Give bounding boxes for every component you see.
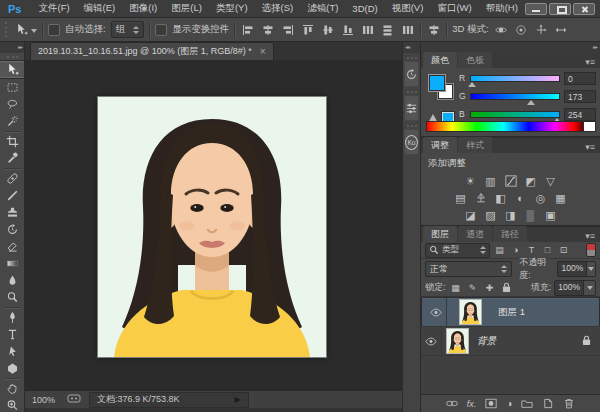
blend-mode-dropdown[interactable]: 正常: [425, 261, 512, 277]
green-slider-thumb[interactable]: [527, 100, 535, 105]
3d-slide-button[interactable]: [554, 22, 569, 38]
layer-thumbnail[interactable]: [447, 329, 468, 353]
shape-tool[interactable]: [2, 360, 23, 377]
tab-swatches[interactable]: 色板: [458, 52, 492, 68]
properties-panel-button[interactable]: [404, 95, 419, 121]
blur-tool[interactable]: [2, 272, 23, 289]
menu-file[interactable]: 文件(F): [31, 2, 76, 15]
invert-button[interactable]: ◪: [463, 208, 478, 222]
show-transform-checkbox[interactable]: [155, 24, 167, 36]
color-spectrum-ramp[interactable]: [426, 121, 584, 132]
color-lookup-button[interactable]: ▦: [553, 191, 568, 205]
green-value-field[interactable]: 173: [564, 90, 596, 103]
tab-channels[interactable]: 通道: [458, 226, 492, 242]
marquee-tool[interactable]: [2, 79, 23, 96]
link-layers-button[interactable]: [446, 395, 458, 412]
eraser-tool[interactable]: [2, 238, 23, 255]
distribute-spacing-button[interactable]: [400, 22, 415, 38]
auto-select-checkbox[interactable]: [48, 24, 60, 36]
lasso-tool[interactable]: [2, 96, 23, 113]
layer-name[interactable]: 图层 1: [498, 306, 525, 319]
tab-layers[interactable]: 图层: [423, 226, 457, 242]
levels-button[interactable]: ▥: [483, 174, 498, 188]
layer-row-1[interactable]: 图层 1: [421, 297, 600, 327]
menu-layer[interactable]: 图层(L): [164, 2, 209, 15]
close-button[interactable]: [573, 3, 595, 15]
lock-transparent-button[interactable]: ▦: [449, 283, 463, 293]
filter-toggle-switch[interactable]: [586, 243, 596, 257]
menu-select[interactable]: 选择(S): [255, 2, 301, 15]
align-vcenter-button[interactable]: [320, 22, 335, 38]
visibility-toggle[interactable]: [426, 298, 447, 326]
align-left-button[interactable]: [240, 22, 255, 38]
layer-row-background[interactable]: 背景: [421, 327, 600, 356]
healing-brush-tool[interactable]: [2, 170, 23, 187]
history-brush-tool[interactable]: [2, 221, 23, 238]
filter-smart-object-button[interactable]: ⊡: [557, 245, 570, 255]
filter-adjustment-button[interactable]: ◑: [509, 245, 522, 255]
add-mask-button[interactable]: [485, 395, 497, 412]
fill-dropdown-button[interactable]: [583, 281, 595, 295]
exposure-button[interactable]: ◩: [523, 174, 538, 188]
current-tool-preview[interactable]: [15, 23, 37, 36]
red-slider-thumb[interactable]: [468, 82, 476, 87]
maximize-button[interactable]: [549, 3, 571, 15]
menu-filter[interactable]: 滤镜(T): [300, 2, 345, 15]
new-adjustment-layer-button[interactable]: ◑: [506, 398, 512, 409]
foreground-color-swatch[interactable]: [428, 74, 446, 92]
magic-wand-tool[interactable]: [2, 113, 23, 130]
lock-all-button[interactable]: [500, 282, 514, 293]
distribute-v-button[interactable]: [380, 22, 396, 37]
align-hcenter-button[interactable]: [260, 22, 275, 38]
color-balance-button[interactable]: [473, 191, 488, 205]
green-slider[interactable]: [470, 93, 560, 100]
posterize-button[interactable]: ▨: [483, 208, 498, 222]
align-top-button[interactable]: [300, 22, 315, 38]
document-info[interactable]: 文档:376.9 K/753.8K ▶: [89, 392, 249, 408]
layer-thumbnail[interactable]: [460, 300, 481, 324]
3d-roll-button[interactable]: [514, 22, 529, 38]
new-layer-button[interactable]: [542, 395, 554, 412]
3d-pan-button[interactable]: [534, 22, 549, 38]
menu-edit[interactable]: 编辑(E): [77, 2, 123, 15]
panel-menu-icon[interactable]: ▾≡: [585, 231, 600, 242]
brush-tool[interactable]: [2, 187, 23, 204]
black-white-button[interactable]: ◧: [493, 191, 508, 205]
blue-slider[interactable]: [470, 111, 560, 118]
panel-menu-icon[interactable]: ▾≡: [585, 142, 600, 153]
menu-help[interactable]: 帮助(H): [479, 2, 525, 15]
selective-color-button[interactable]: ▣: [543, 208, 558, 222]
hand-tool[interactable]: [2, 380, 23, 397]
tab-color[interactable]: 颜色: [423, 52, 457, 68]
dodge-tool[interactable]: [2, 289, 23, 306]
delete-layer-button[interactable]: [563, 395, 575, 412]
red-value-field[interactable]: 0: [564, 72, 596, 85]
align-right-button[interactable]: [280, 22, 295, 38]
menu-window[interactable]: 窗口(W): [430, 2, 478, 15]
move-tool[interactable]: [0, 60, 25, 79]
lock-pixels-button[interactable]: ✎: [466, 283, 480, 293]
gradient-tool[interactable]: [2, 255, 23, 272]
filter-pixel-button[interactable]: ▤: [493, 245, 506, 255]
curves-button[interactable]: [503, 174, 518, 188]
tab-paths[interactable]: 路径: [493, 226, 527, 242]
menu-image[interactable]: 图像(I): [122, 2, 164, 15]
tab-close-icon[interactable]: ×: [260, 47, 266, 57]
document-tab[interactable]: 2019.10.31_10.16.51.jpg @ 100% (图层 1, RG…: [30, 42, 274, 60]
menu-3d[interactable]: 3D(D): [345, 3, 384, 14]
3d-rotate-button[interactable]: [494, 22, 509, 38]
opacity-field[interactable]: 100%: [557, 261, 596, 277]
menu-view[interactable]: 视图(V): [385, 2, 431, 15]
vibrance-button[interactable]: ▽: [543, 174, 558, 188]
history-panel-button[interactable]: [404, 61, 419, 87]
eyedropper-tool[interactable]: [2, 150, 23, 167]
pen-tool[interactable]: [2, 309, 23, 326]
status-arrow-icon[interactable]: ▶: [235, 395, 241, 404]
crop-tool[interactable]: [2, 133, 23, 150]
opacity-dropdown-button[interactable]: [586, 262, 595, 276]
document-image[interactable]: [98, 97, 326, 357]
kuler-panel-button[interactable]: Ku: [404, 129, 419, 155]
dock-collapse-button[interactable]: ◂◂: [403, 42, 420, 53]
filter-type-button[interactable]: T: [525, 245, 538, 255]
auto-align-button[interactable]: [426, 22, 441, 38]
